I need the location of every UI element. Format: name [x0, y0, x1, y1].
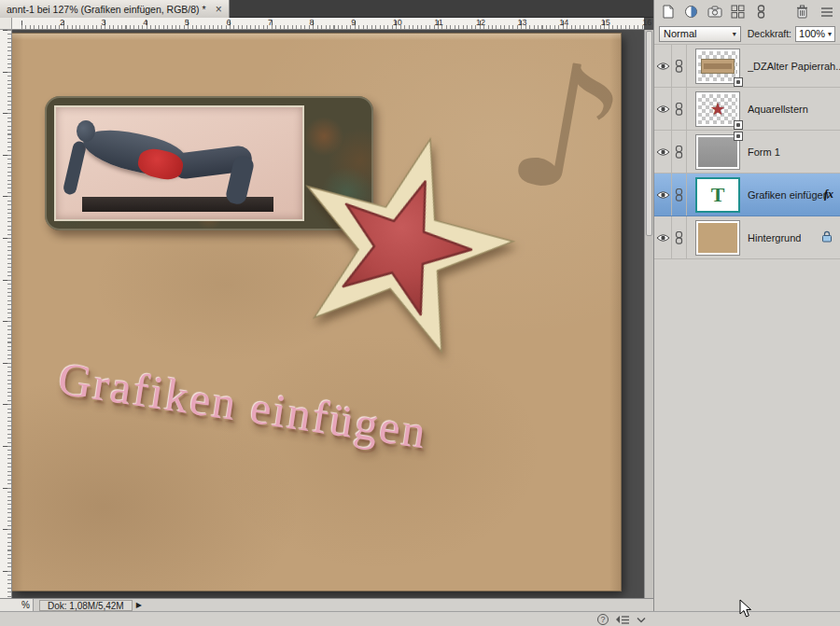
layer-name: Grafiken einfügen	[748, 189, 829, 201]
group-layers-icon[interactable]	[730, 4, 746, 20]
layer-thumbnail[interactable]: ★	[695, 91, 740, 127]
layers-panel-toolbar	[654, 0, 840, 23]
sculpture-arm	[63, 140, 88, 196]
ruler-number: 11	[434, 18, 476, 29]
vertical-ruler[interactable]	[0, 30, 12, 598]
ruler-number: 13	[518, 18, 560, 29]
document-paper: ♪ Grafiken einfüg	[12, 34, 621, 591]
chevron-down-icon: ▾	[733, 30, 736, 38]
layer-row-selected[interactable]: T Grafiken einfügen fx	[654, 174, 840, 216]
blend-mode-select[interactable]: Normal ▾	[659, 26, 741, 42]
visibility-toggle[interactable]	[654, 45, 672, 87]
canvas[interactable]: ♪ Grafiken einfüg	[12, 30, 644, 598]
ruler-number: 4	[143, 18, 185, 29]
thumbnail-text-layer: T	[711, 185, 725, 205]
visibility-toggle[interactable]	[654, 88, 672, 130]
tab-close-icon[interactable]: ×	[216, 4, 222, 15]
ruler-number: 2	[60, 18, 102, 29]
layer-row[interactable]: ★ Aquarellstern	[654, 88, 840, 131]
layer-thumbnail[interactable]	[695, 49, 740, 84]
layer-mask-icon[interactable]	[707, 4, 722, 20]
visibility-toggle[interactable]	[654, 216, 672, 258]
document-size-info: Dok: 1,08M/5,42M	[39, 600, 133, 611]
ruler-number: 7	[268, 18, 310, 29]
history-list-icon[interactable]	[615, 615, 630, 625]
sculpture-photo	[54, 105, 304, 221]
application-window: annt-1 bei 127% (Grafiken einfügen, RGB/…	[0, 0, 840, 626]
visibility-toggle[interactable]	[654, 131, 672, 173]
smart-object-badge	[734, 120, 743, 130]
ruler-number: 9	[351, 18, 393, 29]
status-bar: % Dok: 1,08M/5,42M ▶	[0, 598, 653, 611]
layer-thumbnail[interactable]: T	[695, 177, 740, 213]
layer-name: Aquarellstern	[748, 104, 808, 115]
link-layers-icon[interactable]	[753, 4, 769, 20]
ruler-number: 3	[102, 18, 144, 29]
opacity-label: Deckkraft:	[748, 28, 791, 39]
link-toggle[interactable]	[672, 216, 687, 258]
vertical-scrollbar[interactable]	[644, 30, 653, 598]
layer-effects-badge[interactable]: fx	[824, 188, 833, 202]
lock-icon	[821, 230, 833, 246]
delete-layer-icon[interactable]	[794, 4, 810, 20]
ruler-number: 10	[393, 18, 435, 29]
editor-area: annt-1 bei 127% (Grafiken einfügen, RGB/…	[0, 0, 653, 611]
layer-row[interactable]: Hintergrund	[654, 216, 840, 259]
bottom-bar: ?	[0, 611, 840, 626]
link-toggle[interactable]	[672, 131, 687, 173]
layer-row[interactable]: Form 1	[654, 131, 840, 174]
visibility-toggle[interactable]	[654, 174, 672, 216]
sculpture-head	[77, 120, 95, 142]
layer-row[interactable]: _DZAlter Papierrah...	[654, 45, 840, 88]
new-layer-icon[interactable]	[660, 4, 676, 20]
layer-name: Hintergrund	[748, 232, 801, 243]
document-tab-title: annt-1 bei 127% (Grafiken einfügen, RGB/…	[7, 4, 206, 15]
help-icon[interactable]: ?	[597, 614, 609, 625]
scrollbar-thumb[interactable]	[646, 31, 652, 236]
horizontal-ruler[interactable]: 2 3 4 5 6 7 8 9 10 11 12 13 14 15 16 17	[12, 18, 644, 30]
ruler-corner	[0, 18, 12, 30]
layer-list: _DZAlter Papierrah... ★ Aquarellstern	[654, 44, 840, 259]
ruler-number: 5	[185, 18, 227, 29]
layer-thumbnail[interactable]	[695, 220, 740, 256]
link-toggle[interactable]	[672, 88, 687, 130]
document-tab[interactable]: annt-1 bei 127% (Grafiken einfügen, RGB/…	[0, 0, 230, 18]
zoom-field[interactable]: %	[0, 599, 34, 611]
ruler-number: 14	[559, 18, 601, 29]
layer-name: Form 1	[748, 146, 780, 158]
layer-controls: Normal ▾ Deckkraft: 100% ▾	[654, 23, 840, 44]
layer-name: _DZAlter Papierrah...	[748, 61, 840, 72]
smart-object-badge	[734, 77, 743, 87]
collapse-chevron-icon[interactable]	[637, 617, 646, 623]
link-toggle[interactable]	[672, 174, 687, 216]
ruler-number: 6	[226, 18, 268, 29]
thumbnail-art	[701, 59, 735, 74]
canvas-headline-text: Grafiken einfügen	[55, 351, 598, 484]
blend-mode-value: Normal	[664, 28, 696, 39]
ruler-number: 12	[476, 18, 518, 29]
thumbnail-star: ★	[710, 101, 725, 118]
shape-layer-badge	[734, 132, 743, 141]
chevron-down-icon: ▾	[828, 30, 832, 38]
layer-thumbnail[interactable]	[695, 134, 740, 170]
panel-menu-icon[interactable]	[819, 4, 834, 20]
link-toggle[interactable]	[672, 45, 687, 87]
document-tabbar: annt-1 bei 127% (Grafiken einfügen, RGB/…	[0, 0, 653, 18]
layers-panel: Normal ▾ Deckkraft: 100% ▾	[653, 0, 840, 611]
status-expand-icon[interactable]: ▶	[136, 601, 142, 609]
opacity-field[interactable]: 100% ▾	[795, 26, 835, 42]
ruler-number: 15	[601, 18, 643, 29]
opacity-value: 100%	[799, 28, 825, 39]
ruler-number: 8	[310, 18, 352, 29]
adjustment-layer-icon[interactable]	[683, 4, 699, 20]
